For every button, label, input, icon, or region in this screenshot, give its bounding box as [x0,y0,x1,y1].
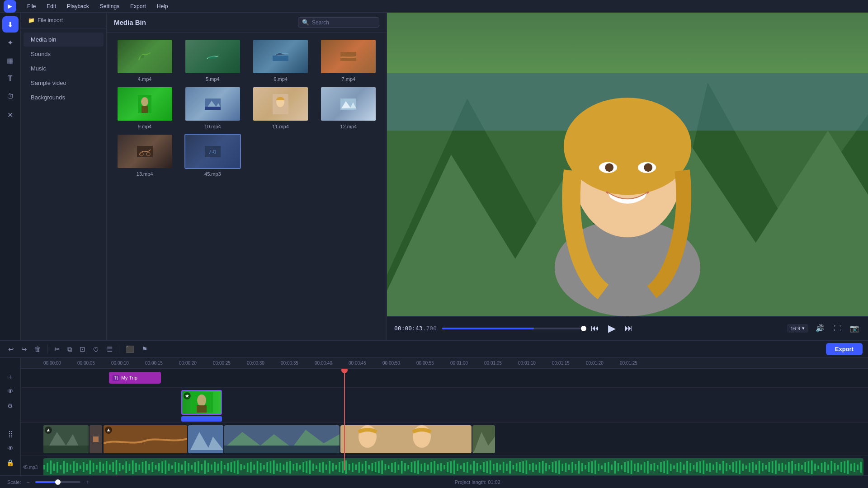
media-thumb [184,86,241,122]
list-item[interactable]: 5.mp4 [181,39,244,82]
svg-rect-135 [319,463,321,472]
skip-forward-button[interactable]: ⏭ [623,322,635,335]
menu-playback[interactable]: Playback [65,2,91,10]
ruler-mark: 00:00:10 [111,361,145,366]
menu-file[interactable]: File [25,2,38,10]
scale-plus-icon[interactable]: + [86,479,89,485]
playhead[interactable] [344,369,345,470]
svg-rect-89 [168,464,170,471]
sidebar-item-music[interactable]: Music [24,61,104,75]
list-item[interactable]: 12.mp4 [317,86,380,129]
svg-rect-250 [696,462,698,472]
timeline-section: ↩ ↪ 🗑 ✂ ⧉ ⊡ ⏲ ☰ ⬛ ⚑ Export + 👁 ⚙ ⣿ 👁 🔒 ♪… [0,340,868,475]
scale-slider[interactable] [35,481,80,483]
menu-export[interactable]: Export [128,2,148,10]
track-add-icon[interactable]: + [6,371,14,382]
search-box[interactable]: 🔍 [298,17,379,28]
overlay-clip-green[interactable]: ★ [181,390,222,415]
list-item[interactable]: 11.mp4 [249,86,312,129]
video-clip-5[interactable] [224,425,340,453]
list-item[interactable]: 4.mp4 [113,39,176,82]
preview-progress-bar[interactable] [442,328,584,329]
track-move-icon[interactable]: ⣿ [6,428,14,439]
track-lock-icon[interactable]: 🔒 [5,457,16,468]
svg-rect-152 [375,462,377,472]
svg-rect-68 [99,462,101,473]
thumb-4mp4 [118,40,172,73]
video-clip-2[interactable] [90,425,102,453]
sidebar-icon-clock[interactable]: ⏱ [2,89,19,105]
list-item[interactable]: 7.mp4 [317,39,380,82]
scale-minus-icon[interactable]: − [27,479,30,485]
sidebar-icon-tools[interactable]: ✕ [2,107,19,123]
crop-button[interactable]: ⊡ [77,343,88,355]
skip-back-button[interactable]: ⏮ [589,322,601,335]
svg-rect-62 [80,465,81,469]
scale-thumb [55,479,61,485]
svg-rect-142 [342,461,344,473]
video-clip-6[interactable] [340,425,472,453]
fullscreen-button[interactable]: ⛶ [832,323,843,334]
media-label: 7.mp4 [342,76,356,82]
redo-button[interactable]: ↪ [19,343,30,355]
sidebar-item-backgrounds[interactable]: Backgrounds [24,90,104,104]
sidebar-icon-import[interactable]: ⬇ [2,16,19,33]
track-settings-icon[interactable]: ⚙ [5,400,15,411]
list-item[interactable]: 9.mp4 [113,86,176,129]
title-clip-label: My Trip [121,375,137,380]
align-button[interactable]: ☰ [104,343,115,355]
aspect-ratio-selector[interactable]: 16:9 ▾ [787,324,808,333]
track-eye-icon[interactable]: 👁 [5,386,15,397]
list-item[interactable]: 13.mp4 [113,134,176,177]
play-button[interactable]: ▶ [606,321,618,336]
title-clip[interactable]: Tt My Trip [109,372,161,384]
sidebar-item-sample-video[interactable]: Sample video [24,76,104,90]
sidebar-icon-layers[interactable]: ▦ [2,52,19,69]
svg-rect-286 [814,464,816,471]
screenshot-button[interactable]: 📷 [848,322,861,334]
svg-rect-200 [532,463,534,472]
svg-rect-148 [362,464,363,471]
audio-waveform[interactable]: // Generate waveform bars via inline svg [43,458,863,475]
menu-settings[interactable]: Settings [98,2,121,10]
sidebar-item-media-bin[interactable]: Media bin [24,33,104,47]
menu-edit[interactable]: Edit [45,2,58,10]
sidebar-icon-text[interactable]: T [2,70,19,87]
svg-rect-150 [368,465,370,469]
overlay-clip-blue[interactable] [181,416,222,422]
list-item[interactable]: 6.mp4 [249,39,312,82]
volume-button[interactable]: 🔊 [814,322,826,334]
video-clip-7[interactable] [472,425,495,453]
list-item[interactable]: 10.mp4 [181,86,244,129]
svg-rect-263 [739,460,741,474]
delete-button[interactable]: 🗑 [32,343,44,355]
video-clip-1[interactable]: ★ [43,425,89,453]
ruler-mark: 00:00:35 [281,361,315,366]
ruler-mark: 00:01:10 [518,361,552,366]
search-input[interactable] [312,19,371,26]
track-eye-2-icon[interactable]: 👁 [5,443,15,454]
undo-button[interactable]: ↩ [5,343,17,355]
video-clip-4[interactable] [188,425,223,453]
left-panel: 📁 File import Media bin Sounds Music Sam… [21,13,107,340]
app-logo: ▶ [4,0,16,13]
copy-button[interactable]: ⧉ [65,343,75,355]
svg-rect-217 [588,462,590,472]
list-item[interactable]: ♪♫ 45.mp3 [181,134,244,177]
media-label: 10.mp4 [204,124,221,129]
svg-rect-188 [493,464,495,470]
sidebar-item-sounds[interactable]: Sounds [24,47,104,61]
menu-help[interactable]: Help [155,2,170,10]
svg-rect-115 [253,465,255,470]
cut-button[interactable]: ✂ [52,343,63,355]
marker-button[interactable]: ⬛ [123,343,137,355]
file-import-button[interactable]: 📁 File import [25,15,102,25]
video-clip-3[interactable]: ★ [104,425,187,453]
svg-rect-124 [283,465,285,470]
speed-button[interactable]: ⏲ [90,343,102,355]
media-label: 5.mp4 [206,76,220,82]
media-label: 45.mp3 [204,171,221,177]
export-button[interactable]: Export [826,343,863,355]
flag-button[interactable]: ⚑ [139,343,150,355]
sidebar-icon-effects[interactable]: ✦ [2,34,19,51]
